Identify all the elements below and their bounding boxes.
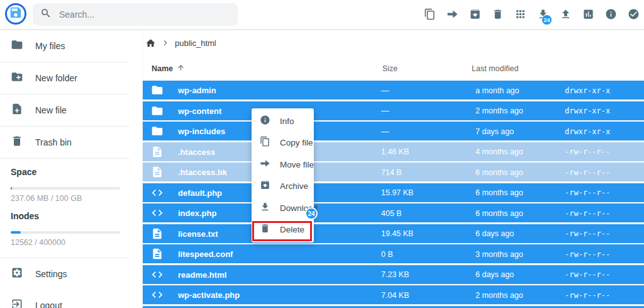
space-progress-fill bbox=[11, 187, 12, 190]
sidebar-item-my-files[interactable]: My files bbox=[0, 30, 142, 62]
column-header-name[interactable]: Name bbox=[152, 64, 185, 74]
file-size: 19.45 KB bbox=[381, 229, 413, 238]
table-row-partial[interactable] bbox=[143, 306, 644, 308]
file-name: readme.html bbox=[178, 270, 226, 280]
folder-icon bbox=[151, 105, 164, 117]
table-row-litespeed-conf[interactable]: litespeed.conf 0 B 3 months ago -rw-r--r… bbox=[143, 244, 644, 263]
file-modified: 6 days ago bbox=[475, 270, 514, 279]
file-icon bbox=[151, 227, 164, 240]
new-folder-icon bbox=[11, 71, 23, 86]
file-permissions: -rw-r--r-- bbox=[565, 270, 610, 279]
context-menu-item-copy-file[interactable]: Copy file bbox=[252, 132, 314, 154]
file-size: 714 B bbox=[381, 168, 402, 177]
table-header: Name Size Last modified bbox=[143, 64, 644, 74]
table-row-htaccess-bk[interactable]: .htaccess.bk 714 B 6 months ago -rw-r--r… bbox=[143, 163, 644, 181]
context-menu-item-archive[interactable]: Archive bbox=[252, 176, 314, 198]
column-header-size[interactable]: Size bbox=[382, 64, 397, 73]
sidebar-item-trash-bin[interactable]: Trash bin bbox=[0, 127, 142, 158]
context-menu-item-download[interactable]: Download 24 bbox=[252, 197, 314, 219]
file-size: 0 B bbox=[381, 250, 393, 259]
app-logo[interactable] bbox=[5, 3, 26, 25]
sidebar-item-logout[interactable]: Logout bbox=[0, 290, 142, 308]
stats-icon[interactable] bbox=[582, 8, 594, 20]
file-icon bbox=[151, 166, 164, 178]
move-icon bbox=[260, 158, 270, 171]
grid-view-icon[interactable] bbox=[514, 8, 526, 20]
table-row-default-php[interactable]: default.php 15.97 KB 6 months ago -rw-r-… bbox=[143, 183, 644, 202]
file-permissions: -rw-r--r-- bbox=[565, 250, 610, 259]
table-row-wp-content[interactable]: wp-content — 2 months ago drwxr-xr-x bbox=[143, 101, 644, 120]
file-modified: 2 months ago bbox=[475, 291, 523, 300]
table-row-index-php[interactable]: index.php 405 B 6 months ago -rw-r--r-- bbox=[143, 203, 644, 222]
file-permissions: drwxr-xr-x bbox=[565, 86, 610, 95]
file-modified: 6 months ago bbox=[475, 209, 523, 218]
context-menu-item-info[interactable]: Info bbox=[252, 110, 314, 132]
file-permissions: -rw-r--r-- bbox=[565, 168, 610, 177]
table-row-license-txt[interactable]: license.txt 19.45 KB 6 days ago -rw-r--r… bbox=[143, 224, 644, 243]
file-name: index.php bbox=[178, 208, 216, 218]
context-menu-item-label: Move file bbox=[280, 160, 314, 169]
code-icon bbox=[151, 268, 164, 281]
download-count-badge: 24 bbox=[305, 207, 318, 220]
file-modified: a month ago bbox=[475, 86, 519, 95]
file-name: wp-admin bbox=[178, 86, 216, 95]
move-icon[interactable] bbox=[447, 8, 458, 20]
home-icon[interactable] bbox=[145, 38, 156, 48]
copy-icon bbox=[260, 136, 270, 149]
download-icon[interactable]: 24 bbox=[537, 8, 549, 20]
file-size: — bbox=[381, 86, 389, 95]
search-input[interactable] bbox=[59, 9, 223, 20]
table-row-wp-admin[interactable]: wp-admin — a month ago drwxr-xr-x bbox=[143, 81, 644, 100]
table-row-wp-activate-php[interactable]: wp-activate.php 7.04 KB 2 months ago -rw… bbox=[143, 285, 644, 304]
space-title: Space bbox=[11, 167, 142, 177]
file-name: .htaccess bbox=[178, 147, 215, 157]
sidebar-item-new-folder[interactable]: New folder bbox=[0, 62, 142, 94]
file-name: wp-includes bbox=[178, 127, 225, 136]
file-size: — bbox=[381, 106, 389, 115]
file-name: litespeed.conf bbox=[178, 249, 233, 259]
sidebar-item-settings[interactable]: Settings bbox=[0, 258, 142, 290]
upload-icon[interactable] bbox=[560, 8, 572, 20]
file-permissions: drwxr-xr-x bbox=[565, 106, 610, 115]
table-row-readme-html[interactable]: readme.html 7.23 KB 6 days ago -rw-r--r-… bbox=[143, 265, 644, 284]
inodes-progress-bar bbox=[11, 231, 120, 234]
space-usage-text: 237.06 MB / 100 GB bbox=[11, 194, 142, 203]
folder-icon bbox=[11, 38, 23, 54]
space-progress-bar bbox=[11, 187, 120, 190]
file-name: default.php bbox=[178, 188, 222, 198]
table-row-wp-includes[interactable]: wp-includes — 7 days ago drwxr-xr-x bbox=[143, 122, 644, 140]
file-modified: 2 months ago bbox=[475, 106, 523, 115]
select-all-icon[interactable] bbox=[628, 8, 640, 20]
sidebar-item-label: My files bbox=[35, 41, 65, 51]
context-menu-item-delete[interactable]: Delete bbox=[252, 219, 314, 241]
file-permissions: drwxr-xr-x bbox=[565, 127, 610, 136]
column-header-name-label: Name bbox=[152, 64, 173, 73]
file-size: 7.23 KB bbox=[381, 270, 409, 279]
sidebar-item-new-file[interactable]: New file bbox=[0, 94, 142, 126]
file-list-panel: public_html Name Size Last modified wp-a… bbox=[143, 30, 644, 308]
archive-icon[interactable] bbox=[469, 8, 481, 20]
file-name: license.txt bbox=[178, 229, 218, 239]
file-permissions: -rw-r--r-- bbox=[565, 229, 610, 238]
inodes-progress-fill bbox=[11, 231, 21, 234]
code-icon bbox=[151, 186, 164, 199]
delete-icon[interactable] bbox=[492, 8, 504, 20]
delete-icon bbox=[260, 223, 270, 236]
context-menu-item-move-file[interactable]: Move file bbox=[252, 154, 314, 176]
copy-icon[interactable] bbox=[424, 8, 436, 20]
divider bbox=[0, 158, 130, 159]
file-permissions: -rw-r--r-- bbox=[565, 209, 610, 218]
file-modified: 4 months ago bbox=[475, 147, 523, 156]
table-row-htaccess[interactable]: .htaccess 1.46 KB 4 months ago -rw-r--r-… bbox=[143, 142, 644, 161]
info-icon[interactable] bbox=[605, 8, 617, 20]
file-name: wp-activate.php bbox=[178, 290, 240, 300]
column-header-modified[interactable]: Last modified bbox=[472, 64, 518, 73]
file-modified: 3 months ago bbox=[475, 250, 523, 259]
file-size: 405 B bbox=[381, 209, 402, 218]
inodes-usage-text: 12562 / 400000 bbox=[11, 238, 142, 247]
file-name: wp-content bbox=[178, 106, 221, 116]
breadcrumb-current-folder[interactable]: public_html bbox=[175, 38, 216, 48]
breadcrumb: public_html bbox=[145, 37, 216, 49]
file-permissions: -rw-r--r-- bbox=[565, 147, 610, 156]
context-menu: Info Copy file Move file Archive Downloa… bbox=[252, 108, 314, 242]
